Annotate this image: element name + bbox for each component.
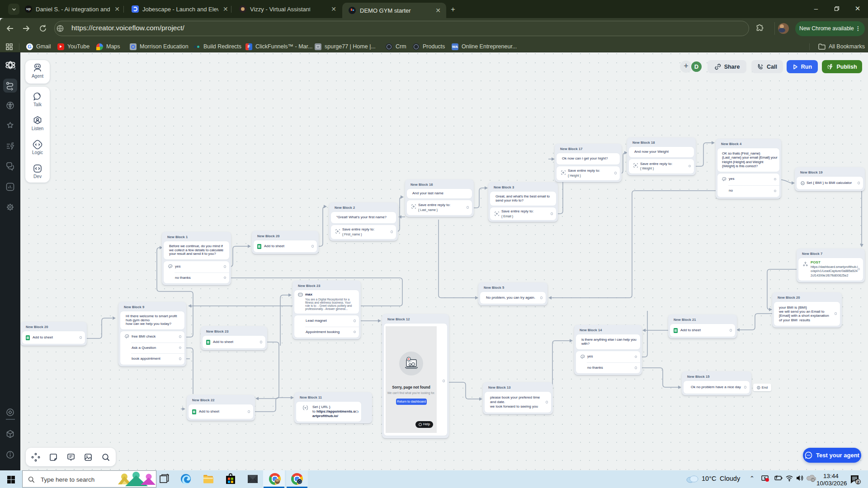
svg-text:2: 2 xyxy=(857,479,859,484)
